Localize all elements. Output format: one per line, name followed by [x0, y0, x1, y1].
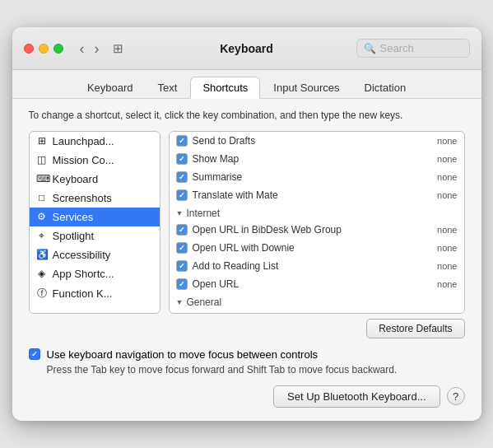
checkbox-reading-list[interactable]: [176, 260, 188, 272]
sidebar-label-accessibility: Accessibility: [53, 249, 111, 261]
keyboard-icon: ⌨: [36, 173, 48, 184]
sidebar-item-screenshots[interactable]: □ Screenshots: [30, 189, 160, 208]
sidebar-item-spotlight[interactable]: ⌖ Spotlight: [30, 226, 160, 245]
shortcut: none: [437, 154, 457, 164]
list-item[interactable]: Add to Reading List none: [170, 257, 464, 275]
sidebar-item-launchpad[interactable]: ⊞ Launchpad...: [30, 132, 160, 151]
list-item[interactable]: Open URL in BibDesk Web Group none: [170, 221, 464, 239]
function-icon: ⓕ: [36, 287, 48, 301]
section-internet: ▼ Internet: [170, 204, 464, 221]
sidebar-label-spotlight: Spotlight: [53, 230, 95, 242]
list-item[interactable]: Summarise none: [170, 168, 464, 186]
checkbox-bibdesk[interactable]: [176, 224, 188, 236]
list-item[interactable]: Translate with Mate none: [170, 186, 464, 204]
checkbox-open-url[interactable]: [176, 278, 188, 290]
restore-btn-row: Restore Defaults: [29, 314, 465, 340]
sidebar-label-mission: Mission Co...: [53, 154, 114, 166]
checkbox-summarise[interactable]: [176, 171, 188, 183]
spotlight-icon: ⌖: [36, 230, 48, 241]
item-label: Open URL with Downie: [193, 242, 438, 254]
shortcut: none: [437, 172, 457, 182]
item-label: Open URL in BibDesk Web Group: [193, 224, 438, 236]
section-label: General: [186, 296, 221, 308]
nav-checkbox-label: Use keyboard navigation to move focus be…: [47, 348, 319, 361]
app-shortcuts-icon: ◈: [36, 268, 48, 279]
shortcut: none: [437, 136, 457, 146]
list-item[interactable]: Create Link to Outlook Message none: [170, 310, 464, 313]
sidebar-item-app-shortcuts[interactable]: ◈ App Shortc...: [30, 264, 160, 283]
sidebar-label-app-shortcuts: App Shortc...: [53, 268, 114, 280]
sidebar-item-services[interactable]: ⚙ Services: [30, 208, 160, 226]
search-icon: 🔍: [364, 43, 376, 54]
list-item[interactable]: Show Map none: [170, 150, 464, 168]
checkbox-translate[interactable]: [176, 189, 188, 201]
grid-icon: ⊞: [113, 41, 123, 56]
screenshots-icon: □: [36, 192, 48, 203]
titlebar: ‹ › ⊞ Keyboard 🔍: [12, 27, 481, 70]
keyboard-window: ‹ › ⊞ Keyboard 🔍 Keyboard Text Shortcuts…: [12, 27, 481, 421]
window-title: Keyboard: [220, 42, 273, 55]
item-label: Translate with Mate: [193, 189, 438, 201]
list-item[interactable]: Send to Drafts none: [170, 132, 464, 150]
list-item[interactable]: Open URL none: [170, 275, 464, 293]
launchpad-icon: ⊞: [36, 135, 48, 147]
shortcut: none: [437, 225, 457, 235]
bottom-buttons: Set Up Bluetooth Keyboard... ?: [29, 376, 465, 408]
sidebar-label-screenshots: Screenshots: [53, 192, 112, 204]
sidebar-label-keyboard: Keyboard: [53, 173, 99, 185]
maximize-button[interactable]: [53, 44, 63, 54]
chevron-icon: ▼: [176, 209, 184, 217]
services-icon: ⚙: [36, 211, 48, 222]
section-general: ▼ General: [170, 293, 464, 310]
restore-defaults-button[interactable]: Restore Defaults: [366, 319, 464, 338]
nav-hint: Press the Tab key to move focus forward …: [29, 364, 465, 376]
checkbox-downie[interactable]: [176, 242, 188, 254]
sidebar-item-keyboard[interactable]: ⌨ Keyboard: [30, 170, 160, 189]
accessibility-icon: ♿: [36, 249, 48, 260]
sidebar: ⊞ Launchpad... ◫ Mission Co... ⌨ Keyboar…: [29, 131, 160, 314]
item-label: Summarise: [193, 171, 438, 183]
sidebar-label-function: Function K...: [53, 287, 113, 300]
close-button[interactable]: [24, 44, 34, 54]
list-scroll[interactable]: Send to Drafts none Show Map none Summar…: [170, 132, 464, 313]
section-label: Internet: [186, 208, 220, 219]
list-item[interactable]: Open URL with Downie none: [170, 239, 464, 257]
search-input[interactable]: [380, 42, 463, 54]
shortcut: none: [437, 279, 457, 289]
tab-text[interactable]: Text: [147, 77, 189, 98]
sidebar-label-launchpad: Launchpad...: [53, 135, 114, 147]
shortcut: none: [437, 243, 457, 253]
minimize-button[interactable]: [39, 44, 49, 54]
content-area: To change a shortcut, select it, click t…: [12, 99, 481, 421]
sidebar-item-accessibility[interactable]: ♿ Accessibility: [30, 245, 160, 264]
tab-keyboard[interactable]: Keyboard: [76, 77, 145, 98]
item-label: Add to Reading List: [193, 260, 438, 272]
main-panel: ⊞ Launchpad... ◫ Mission Co... ⌨ Keyboar…: [29, 131, 465, 314]
sidebar-item-function[interactable]: ⓕ Function K...: [30, 283, 160, 304]
mission-icon: ◫: [36, 154, 48, 166]
chevron-icon: ▼: [176, 298, 184, 306]
tab-shortcuts[interactable]: Shortcuts: [190, 77, 260, 99]
traffic-lights: [24, 44, 63, 54]
tabs-bar: Keyboard Text Shortcuts Input Sources Di…: [12, 70, 481, 99]
tab-input-sources[interactable]: Input Sources: [262, 77, 351, 98]
nav-checkbox[interactable]: [29, 348, 40, 360]
item-label: Send to Drafts: [193, 135, 438, 147]
bottom-section: Use keyboard navigation to move focus be…: [29, 340, 465, 376]
item-label: Open URL: [193, 278, 438, 290]
sidebar-item-mission[interactable]: ◫ Mission Co...: [30, 151, 160, 170]
checkbox-send-drafts[interactable]: [176, 135, 188, 147]
back-button[interactable]: ‹: [77, 40, 88, 58]
sidebar-label-services: Services: [53, 211, 94, 223]
nav-buttons: ‹ ›: [77, 40, 103, 58]
list-panel: Send to Drafts none Show Map none Summar…: [169, 131, 465, 314]
tab-dictation[interactable]: Dictation: [353, 77, 418, 98]
help-button[interactable]: ?: [447, 387, 465, 405]
nav-checkbox-row: Use keyboard navigation to move focus be…: [29, 348, 465, 361]
setup-bluetooth-button[interactable]: Set Up Bluetooth Keyboard...: [273, 385, 440, 408]
shortcut: none: [437, 261, 457, 271]
search-box: 🔍: [356, 39, 470, 58]
checkbox-show-map[interactable]: [176, 153, 188, 165]
forward-button[interactable]: ›: [91, 40, 103, 58]
instruction-text: To change a shortcut, select it, click t…: [29, 109, 465, 123]
